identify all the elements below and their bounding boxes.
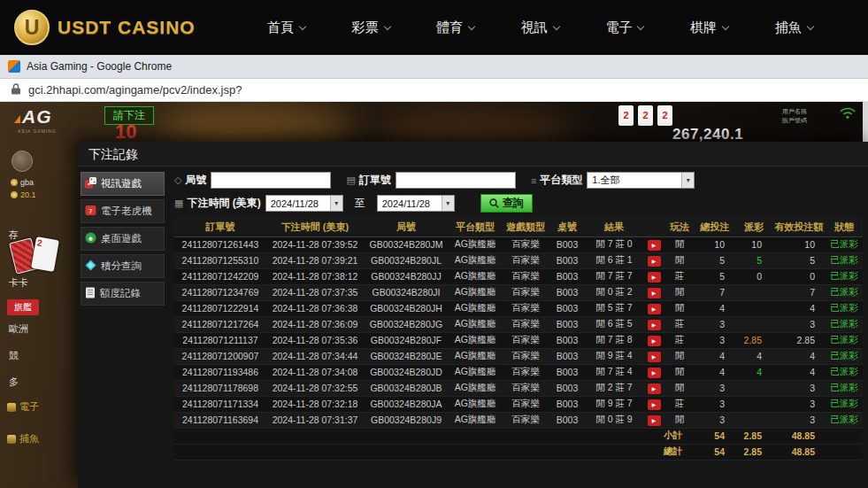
- modal-content: ◇局號 ▤訂單號 ≡平台類型 1.全部 ▼: [167, 167, 868, 488]
- total-row-grand: 總計542.8548.85: [174, 444, 863, 460]
- replay-button[interactable]: ▶: [648, 256, 661, 267]
- lobby-left-item-0[interactable]: 存: [9, 229, 19, 242]
- col-header-5: 桌號: [549, 218, 585, 236]
- sidebar-item-2[interactable]: ♠桌面遊戲: [81, 227, 165, 251]
- lobby-left-item-1[interactable]: 卡卡: [9, 276, 28, 290]
- lobby-left-item-7[interactable]: 捕魚: [7, 432, 39, 445]
- cell-replay: ▶: [643, 332, 664, 348]
- replay-button[interactable]: ▶: [648, 304, 661, 314]
- promo-cards-image: 2: [7, 236, 69, 275]
- sidebar-item-1[interactable]: 7電子老虎機: [81, 199, 165, 223]
- replay-button[interactable]: ▶: [648, 368, 661, 378]
- cell-game-type: 百家樂: [502, 284, 549, 300]
- nav-item-label: 視訊: [521, 19, 548, 36]
- search-button-label: 查詢: [503, 196, 524, 211]
- cell-table-no: B003: [549, 412, 585, 428]
- table-row: 2411280712553102024-11-28 07:39:21GB0032…: [174, 252, 863, 268]
- tag-icon: ◇: [174, 174, 181, 186]
- cell-total-bet: 3: [695, 412, 735, 428]
- lobby-left-item-2[interactable]: 旗艦: [7, 299, 39, 315]
- table-game-icon: ♠: [85, 232, 96, 245]
- sidebar-item-4[interactable]: 額度記錄: [81, 282, 165, 306]
- replay-button[interactable]: ▶: [648, 320, 661, 330]
- coin-icon: [11, 191, 18, 198]
- table-row: 2411280712172642024-11-28 07:36:09GB0032…: [174, 316, 863, 332]
- svg-text:♠: ♠: [88, 234, 93, 243]
- avatar[interactable]: [12, 151, 33, 172]
- cell-payout: [735, 396, 772, 412]
- lobby-left-item-5[interactable]: 多: [9, 376, 19, 389]
- replay-button[interactable]: ▶: [648, 399, 661, 410]
- sidebar-item-3[interactable]: 積分查詢: [81, 254, 165, 278]
- cell-payout: 2.85: [735, 332, 772, 348]
- order-filter-group: ▤訂單號: [346, 172, 515, 189]
- platform-select[interactable]: 1.全部 ▼: [587, 172, 695, 189]
- replay-button[interactable]: ▶: [648, 288, 661, 298]
- cell-status: 已派彩: [826, 332, 863, 348]
- brand-logo[interactable]: U USDT CASINO: [14, 10, 196, 45]
- order-input[interactable]: [396, 172, 516, 189]
- top-navigation-bar: U USDT CASINO 首頁彩票體育視訊電子棋牌捕魚: [0, 0, 868, 55]
- lobby-left-item-6[interactable]: 電子: [7, 400, 39, 414]
- cell-order: 241128071234769: [174, 284, 266, 300]
- replay-button[interactable]: ▶: [648, 336, 661, 346]
- cell-replay: ▶: [643, 252, 664, 268]
- replay-button[interactable]: ▶: [648, 383, 661, 394]
- nav-item-label: 電子: [605, 19, 632, 36]
- filters-row-2: ▦下注時間 (美東) 2024/11/28 ▼ 至 2024/11/28 ▼: [174, 194, 863, 213]
- sidebar-item-0[interactable]: 視訊遊戲: [81, 172, 165, 196]
- page-scrollbar[interactable]: [863, 102, 868, 142]
- payout-value: 4: [757, 351, 762, 361]
- round-label: ◇局號: [174, 173, 206, 188]
- cell-round: GB00324B280JL: [364, 252, 449, 268]
- replay-button[interactable]: ▶: [648, 240, 661, 251]
- sidebar-item-label: 桌面遊戲: [101, 232, 142, 245]
- cell-replay: ▶: [643, 364, 664, 380]
- total-bet-sum: 54: [695, 444, 735, 460]
- cell-round: GB00324B280JD: [364, 364, 449, 380]
- nav-item-6[interactable]: 捕魚: [775, 19, 813, 36]
- lobby-left-item-label: 旗艦: [14, 301, 32, 314]
- cell-status: 已派彩: [826, 348, 863, 364]
- nav-item-1[interactable]: 彩票: [352, 19, 390, 36]
- nav-item-3[interactable]: 視訊: [521, 19, 559, 36]
- chevron-down-icon: ▼: [442, 196, 454, 211]
- cell-result: 閒 6 莊 5: [585, 316, 643, 332]
- cell-result: 閒 2 莊 7: [585, 380, 643, 396]
- date-to-select[interactable]: 2024/11/28 ▼: [377, 195, 455, 212]
- platform-label: ≡平台類型: [531, 173, 582, 188]
- lobby-left-item-4[interactable]: 競: [9, 349, 19, 362]
- search-button[interactable]: 查詢: [480, 194, 533, 213]
- cell-total-bet: 4: [695, 364, 735, 380]
- replay-button[interactable]: ▶: [648, 272, 661, 283]
- cell-platform: AG旗艦廳: [449, 300, 502, 316]
- modal-sidebar: 視訊遊戲7電子老虎機♠桌面遊戲積分查詢額度記錄: [78, 167, 167, 488]
- cell-round: GB00324B280JF: [364, 332, 449, 348]
- lobby-left-item-label: 多: [9, 376, 19, 389]
- cell-bet-time: 2024-11-28 07:39:52: [266, 236, 364, 252]
- replay-button[interactable]: ▶: [648, 352, 661, 362]
- round-input[interactable]: [211, 172, 331, 189]
- window-title: Asia Gaming - Google Chrome: [27, 60, 172, 73]
- cell-play-type: 莊: [664, 268, 695, 284]
- lobby-left-item-3[interactable]: 歐洲: [9, 322, 28, 336]
- nav-item-4[interactable]: 電子: [605, 19, 643, 36]
- replay-button[interactable]: ▶: [648, 415, 661, 426]
- nav-item-5[interactable]: 棋牌: [690, 19, 728, 36]
- cell-round: GB00324B280JG: [364, 316, 449, 332]
- nav-item-2[interactable]: 體育: [436, 19, 474, 36]
- cell-valid-bet: 3: [772, 316, 826, 332]
- date-from-select[interactable]: 2024/11/28 ▼: [265, 195, 343, 212]
- browser-address-bar[interactable]: gci.2hhapi.com/agingame/pcv2/index.jsp?: [0, 79, 868, 102]
- nav-item-0[interactable]: 首頁: [267, 19, 305, 36]
- cell-payout: [735, 412, 772, 428]
- playing-card: 2: [657, 105, 672, 126]
- dealt-cards: 222: [618, 105, 672, 126]
- col-header-9: 總投注: [695, 218, 735, 236]
- list-icon: ≡: [531, 175, 536, 186]
- cell-order: 241128071171334: [174, 396, 266, 412]
- cell-payout: 10: [735, 236, 772, 252]
- ag-lobby-logo: AG: [14, 106, 52, 128]
- cell-valid-bet: 3: [772, 412, 826, 428]
- document-icon: [85, 287, 96, 300]
